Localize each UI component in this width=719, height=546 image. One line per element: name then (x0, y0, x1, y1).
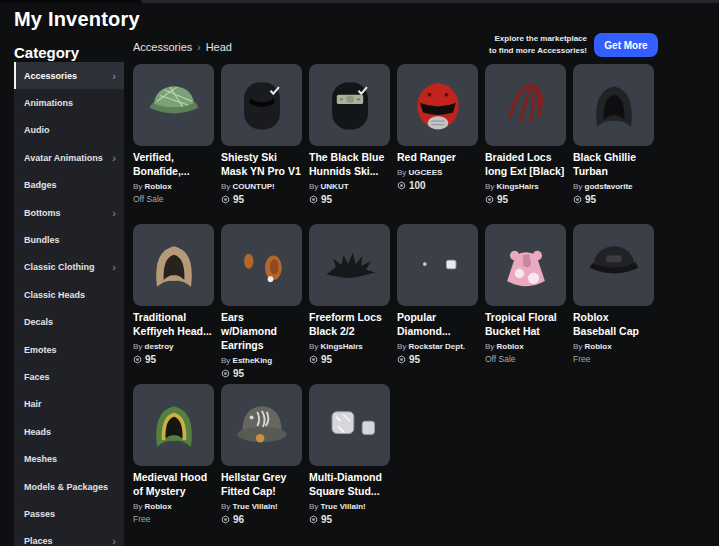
item-card[interactable]: Black Ghillie TurbanBy godsfavorite95 (573, 64, 654, 224)
sidebar-item-bundles[interactable]: Bundles (14, 226, 124, 253)
sidebar-item-badges[interactable]: Badges (14, 172, 124, 199)
sidebar-item-classic-heads[interactable]: Classic Heads (14, 281, 124, 308)
freeform-locs-icon[interactable] (309, 224, 390, 306)
item-author[interactable]: By EstheKing (221, 356, 302, 366)
item-title[interactable]: Freeform Locs Black 2/2 (309, 311, 390, 339)
item-title[interactable]: Braided Locs long Ext [Black] (485, 151, 566, 179)
sidebar-item-avatar-animations[interactable]: Avatar Animations› (14, 144, 124, 171)
item-author-name[interactable]: True Villain! (233, 502, 278, 511)
item-author[interactable]: By COUNTUP! (221, 182, 302, 192)
breadcrumb-parent[interactable]: Accessories (133, 41, 192, 53)
item-card[interactable]: The Black Blue Hunnids Ski...By UNKUT95 (309, 64, 390, 224)
item-card[interactable]: Red RangerBy UGCEES100 (397, 64, 478, 224)
item-card[interactable]: Medieval Hood of MysteryBy RobloxFree (133, 384, 214, 544)
item-title[interactable]: The Black Blue Hunnids Ski... (309, 151, 390, 179)
item-author[interactable]: By Roblox (133, 502, 214, 512)
sidebar-item-accessories[interactable]: Accessories› (14, 62, 124, 89)
item-card[interactable]: Popular Diamond...By Rockstar Dept.95 (397, 224, 478, 384)
item-card[interactable]: Tropical Floral Bucket HatBy RobloxOff S… (485, 224, 566, 384)
item-title[interactable]: Ears w/Diamond Earrings (221, 311, 302, 353)
keffiyeh-headdress-icon[interactable] (133, 224, 214, 306)
item-author[interactable]: By Roblox (485, 342, 566, 352)
item-card[interactable]: Ears w/Diamond EarringsBy EstheKing95 (221, 224, 302, 384)
item-title[interactable]: Red Ranger (397, 151, 478, 165)
item-author[interactable]: By KingsHairs (309, 342, 390, 352)
item-card[interactable]: Freeform Locs Black 2/2By KingsHairs95 (309, 224, 390, 384)
item-title[interactable]: Hellstar Grey Fitted Cap! (221, 471, 302, 499)
item-title[interactable]: Popular Diamond... (397, 311, 478, 339)
item-author[interactable]: By Roblox (133, 182, 214, 192)
item-title[interactable]: Multi-Diamond Square Stud... (309, 471, 390, 499)
item-author-name[interactable]: Roblox (145, 502, 172, 511)
sidebar-item-heads[interactable]: Heads (14, 418, 124, 445)
item-author[interactable]: By True Villain! (309, 502, 390, 512)
black-ghillie-turban-icon[interactable] (573, 64, 654, 146)
item-author-name[interactable]: destroy (145, 342, 174, 351)
item-author[interactable]: By UNKUT (309, 182, 390, 192)
item-card[interactable]: Shiesty Ski Mask YN Pro V1By COUNTUP!95 (221, 64, 302, 224)
medieval-green-hood-icon[interactable] (133, 384, 214, 466)
square-diamond-studs-icon[interactable] (309, 384, 390, 466)
sidebar-item-passes[interactable]: Passes (14, 500, 124, 527)
item-title[interactable]: Black Ghillie Turban (573, 151, 654, 179)
sidebar-item-decals[interactable]: Decals (14, 309, 124, 336)
item-author[interactable]: By Rockstar Dept. (397, 342, 478, 352)
get-more-button[interactable]: Get More (594, 33, 658, 57)
red-ranger-helmet-icon[interactable] (397, 64, 478, 146)
black-ski-mask-icon[interactable] (221, 64, 302, 146)
money-ski-mask-icon[interactable] (309, 64, 390, 146)
breadcrumb-current[interactable]: Head (206, 41, 232, 53)
item-author-name[interactable]: KingsHairs (497, 182, 539, 191)
item-card[interactable]: Traditional Keffiyeh Head...By destroy95 (133, 224, 214, 384)
item-title[interactable]: Verified, Bonafide,... (133, 151, 214, 179)
sidebar-item-meshes[interactable]: Meshes (14, 445, 124, 472)
item-author[interactable]: By destroy (133, 342, 214, 352)
item-title[interactable]: Roblox Baseball Cap (573, 311, 654, 339)
item-card[interactable]: Verified, Bonafide,...By RobloxOff Sale (133, 64, 214, 224)
item-author-name[interactable]: UGCEES (409, 168, 443, 177)
item-author[interactable]: By True Villain! (221, 502, 302, 512)
item-title[interactable]: Tropical Floral Bucket Hat (485, 311, 566, 339)
item-author-name[interactable]: godsfavorite (585, 182, 633, 191)
ears-diamond-earrings-icon[interactable] (221, 224, 302, 306)
item-author-name[interactable]: Rockstar Dept. (409, 342, 465, 351)
sidebar-item-bottoms[interactable]: Bottoms› (14, 199, 124, 226)
item-author-name[interactable]: KingsHairs (321, 342, 363, 351)
sidebar-item-models-packages[interactable]: Models & Packages (14, 473, 124, 500)
grey-fitted-cap-icon[interactable] (221, 384, 302, 466)
item-author-by: By (397, 342, 409, 351)
item-card[interactable]: Hellstar Grey Fitted Cap!By True Villain… (221, 384, 302, 544)
item-author[interactable]: By godsfavorite (573, 182, 654, 192)
item-title[interactable]: Shiesty Ski Mask YN Pro V1 (221, 151, 302, 179)
item-title[interactable]: Traditional Keffiyeh Head... (133, 311, 214, 339)
item-price-value: 95 (321, 194, 332, 205)
braided-locs-icon[interactable] (485, 64, 566, 146)
sidebar-item-places[interactable]: Places› (14, 528, 124, 546)
item-author-name[interactable]: Roblox (145, 182, 172, 191)
item-author[interactable]: By UGCEES (397, 168, 478, 178)
item-title[interactable]: Medieval Hood of Mystery (133, 471, 214, 499)
sidebar-item-animations[interactable]: Animations (14, 89, 124, 116)
item-author[interactable]: By Roblox (573, 342, 654, 352)
item-author-name[interactable]: COUNTUP! (233, 182, 275, 191)
sidebar-item-audio[interactable]: Audio (14, 117, 124, 144)
black-baseball-cap-icon[interactable] (573, 224, 654, 306)
item-author-name[interactable]: True Villain! (321, 502, 366, 511)
item-author[interactable]: By KingsHairs (485, 182, 566, 192)
tiny-diamond-studs-icon[interactable] (397, 224, 478, 306)
pink-bucket-hat-icon[interactable] (485, 224, 566, 306)
item-card[interactable]: Roblox Baseball CapBy RobloxFree (573, 224, 654, 384)
item-card[interactable]: Braided Locs long Ext [Black]By KingsHai… (485, 64, 566, 224)
sidebar-item-emotes[interactable]: Emotes (14, 336, 124, 363)
item-author-name[interactable]: EstheKing (233, 356, 273, 365)
item-author-name[interactable]: Roblox (497, 342, 524, 351)
sidebar-item-hair[interactable]: Hair (14, 391, 124, 418)
item-card[interactable]: Multi-Diamond Square Stud...By True Vill… (309, 384, 390, 544)
item-author-name[interactable]: Roblox (585, 342, 612, 351)
item-price: 95 (573, 194, 654, 205)
sidebar-item-classic-clothing[interactable]: Classic Clothing› (14, 254, 124, 281)
green-plaid-cap-icon[interactable] (133, 64, 214, 146)
item-price: 95 (309, 194, 390, 205)
sidebar-item-faces[interactable]: Faces (14, 363, 124, 390)
item-author-name[interactable]: UNKUT (321, 182, 349, 191)
